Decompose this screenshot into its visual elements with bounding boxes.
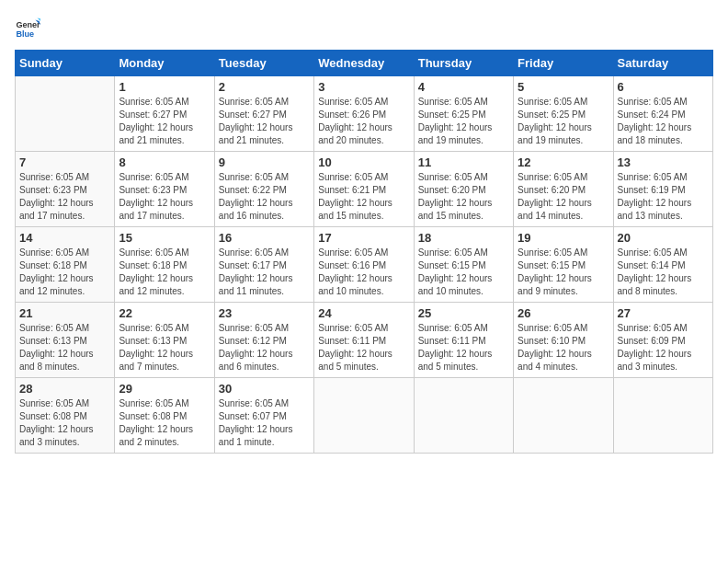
day-detail: Sunrise: 6:05 AM Sunset: 6:27 PM Dayligh… — [119, 96, 210, 147]
day-detail: Sunrise: 6:05 AM Sunset: 6:08 PM Dayligh… — [19, 397, 110, 449]
day-number: 25 — [418, 306, 509, 320]
logo-icon: General Blue — [15, 15, 40, 40]
calendar-day-cell — [514, 378, 613, 454]
day-number: 1 — [119, 80, 210, 94]
calendar-day-cell: 4Sunrise: 6:05 AM Sunset: 6:25 PM Daylig… — [414, 76, 513, 152]
day-detail: Sunrise: 6:05 AM Sunset: 6:12 PM Dayligh… — [219, 322, 310, 373]
day-number: 7 — [19, 155, 110, 169]
day-number: 30 — [219, 382, 310, 396]
logo: General Blue — [15, 15, 40, 40]
day-number: 18 — [418, 231, 509, 245]
weekday-header: Monday — [115, 51, 214, 76]
day-number: 2 — [219, 80, 310, 94]
calendar-week-row: 1Sunrise: 6:05 AM Sunset: 6:27 PM Daylig… — [16, 76, 713, 152]
calendar-day-cell — [16, 76, 115, 152]
calendar-day-cell: 17Sunrise: 6:05 AM Sunset: 6:16 PM Dayli… — [314, 227, 414, 303]
day-number: 4 — [418, 80, 509, 94]
calendar-day-cell: 22Sunrise: 6:05 AM Sunset: 6:13 PM Dayli… — [115, 303, 214, 378]
calendar-day-cell: 12Sunrise: 6:05 AM Sunset: 6:20 PM Dayli… — [514, 152, 613, 227]
weekday-header: Thursday — [414, 51, 513, 76]
calendar-week-row: 28Sunrise: 6:05 AM Sunset: 6:08 PM Dayli… — [16, 378, 713, 454]
day-number: 24 — [318, 306, 409, 320]
calendar-day-cell: 13Sunrise: 6:05 AM Sunset: 6:19 PM Dayli… — [613, 152, 712, 227]
day-number: 26 — [518, 306, 609, 320]
calendar-day-cell: 9Sunrise: 6:05 AM Sunset: 6:22 PM Daylig… — [214, 152, 313, 227]
day-detail: Sunrise: 6:05 AM Sunset: 6:18 PM Dayligh… — [119, 247, 210, 298]
calendar-day-cell: 21Sunrise: 6:05 AM Sunset: 6:13 PM Dayli… — [16, 303, 115, 378]
calendar-day-cell: 7Sunrise: 6:05 AM Sunset: 6:23 PM Daylig… — [16, 152, 115, 227]
day-number: 8 — [119, 155, 210, 169]
calendar-day-cell: 15Sunrise: 6:05 AM Sunset: 6:18 PM Dayli… — [115, 227, 214, 303]
day-detail: Sunrise: 6:05 AM Sunset: 6:10 PM Dayligh… — [518, 322, 609, 373]
day-detail: Sunrise: 6:05 AM Sunset: 6:19 PM Dayligh… — [618, 171, 709, 223]
calendar-week-row: 14Sunrise: 6:05 AM Sunset: 6:18 PM Dayli… — [16, 227, 713, 303]
weekday-header: Tuesday — [214, 51, 313, 76]
calendar-day-cell — [314, 378, 414, 454]
calendar-day-cell: 1Sunrise: 6:05 AM Sunset: 6:27 PM Daylig… — [115, 76, 214, 152]
day-detail: Sunrise: 6:05 AM Sunset: 6:23 PM Dayligh… — [119, 171, 210, 223]
calendar-day-cell — [613, 378, 712, 454]
calendar-week-row: 7Sunrise: 6:05 AM Sunset: 6:23 PM Daylig… — [16, 152, 713, 227]
day-number: 22 — [119, 306, 210, 320]
day-detail: Sunrise: 6:05 AM Sunset: 6:08 PM Dayligh… — [119, 397, 210, 449]
day-number: 27 — [618, 306, 709, 320]
calendar-week-row: 21Sunrise: 6:05 AM Sunset: 6:13 PM Dayli… — [16, 303, 713, 378]
calendar-day-cell: 20Sunrise: 6:05 AM Sunset: 6:14 PM Dayli… — [613, 227, 712, 303]
svg-text:Blue: Blue — [16, 29, 34, 39]
calendar-day-cell: 27Sunrise: 6:05 AM Sunset: 6:09 PM Dayli… — [613, 303, 712, 378]
calendar-day-cell: 3Sunrise: 6:05 AM Sunset: 6:26 PM Daylig… — [314, 76, 414, 152]
day-number: 6 — [618, 80, 709, 94]
day-number: 5 — [518, 80, 609, 94]
day-number: 23 — [219, 306, 310, 320]
calendar-day-cell: 24Sunrise: 6:05 AM Sunset: 6:11 PM Dayli… — [314, 303, 414, 378]
calendar-day-cell: 26Sunrise: 6:05 AM Sunset: 6:10 PM Dayli… — [514, 303, 613, 378]
day-number: 12 — [518, 155, 609, 169]
day-number: 9 — [219, 155, 310, 169]
day-detail: Sunrise: 6:05 AM Sunset: 6:24 PM Dayligh… — [618, 96, 709, 147]
header: General Blue — [15, 15, 713, 40]
calendar-day-cell: 11Sunrise: 6:05 AM Sunset: 6:20 PM Dayli… — [414, 152, 513, 227]
calendar-day-cell: 28Sunrise: 6:05 AM Sunset: 6:08 PM Dayli… — [16, 378, 115, 454]
calendar-header-row: SundayMondayTuesdayWednesdayThursdayFrid… — [16, 51, 713, 76]
day-number: 16 — [219, 231, 310, 245]
day-number: 21 — [19, 306, 110, 320]
day-number: 3 — [318, 80, 409, 94]
day-number: 10 — [318, 155, 409, 169]
calendar-day-cell: 6Sunrise: 6:05 AM Sunset: 6:24 PM Daylig… — [613, 76, 712, 152]
day-detail: Sunrise: 6:05 AM Sunset: 6:27 PM Dayligh… — [219, 96, 310, 147]
calendar-body: 1Sunrise: 6:05 AM Sunset: 6:27 PM Daylig… — [16, 76, 713, 454]
day-detail: Sunrise: 6:05 AM Sunset: 6:11 PM Dayligh… — [318, 322, 409, 373]
day-detail: Sunrise: 6:05 AM Sunset: 6:25 PM Dayligh… — [418, 96, 509, 147]
day-number: 17 — [318, 231, 409, 245]
calendar-table: SundayMondayTuesdayWednesdayThursdayFrid… — [15, 50, 713, 454]
calendar-day-cell: 30Sunrise: 6:05 AM Sunset: 6:07 PM Dayli… — [214, 378, 313, 454]
day-detail: Sunrise: 6:05 AM Sunset: 6:11 PM Dayligh… — [418, 322, 509, 373]
day-detail: Sunrise: 6:05 AM Sunset: 6:09 PM Dayligh… — [618, 322, 709, 373]
day-detail: Sunrise: 6:05 AM Sunset: 6:15 PM Dayligh… — [418, 247, 509, 298]
day-detail: Sunrise: 6:05 AM Sunset: 6:07 PM Dayligh… — [219, 397, 310, 449]
day-number: 29 — [119, 382, 210, 396]
day-number: 20 — [618, 231, 709, 245]
weekday-header: Saturday — [613, 51, 712, 76]
day-detail: Sunrise: 6:05 AM Sunset: 6:23 PM Dayligh… — [19, 171, 110, 223]
day-detail: Sunrise: 6:05 AM Sunset: 6:13 PM Dayligh… — [119, 322, 210, 373]
calendar-day-cell: 8Sunrise: 6:05 AM Sunset: 6:23 PM Daylig… — [115, 152, 214, 227]
day-detail: Sunrise: 6:05 AM Sunset: 6:21 PM Dayligh… — [318, 171, 409, 223]
calendar-day-cell: 16Sunrise: 6:05 AM Sunset: 6:17 PM Dayli… — [214, 227, 313, 303]
calendar-day-cell: 18Sunrise: 6:05 AM Sunset: 6:15 PM Dayli… — [414, 227, 513, 303]
day-number: 19 — [518, 231, 609, 245]
day-detail: Sunrise: 6:05 AM Sunset: 6:20 PM Dayligh… — [418, 171, 509, 223]
day-detail: Sunrise: 6:05 AM Sunset: 6:15 PM Dayligh… — [518, 247, 609, 298]
weekday-header: Friday — [514, 51, 613, 76]
day-number: 28 — [19, 382, 110, 396]
day-detail: Sunrise: 6:05 AM Sunset: 6:13 PM Dayligh… — [19, 322, 110, 373]
day-detail: Sunrise: 6:05 AM Sunset: 6:18 PM Dayligh… — [19, 247, 110, 298]
day-detail: Sunrise: 6:05 AM Sunset: 6:14 PM Dayligh… — [618, 247, 709, 298]
calendar-day-cell: 25Sunrise: 6:05 AM Sunset: 6:11 PM Dayli… — [414, 303, 513, 378]
day-detail: Sunrise: 6:05 AM Sunset: 6:16 PM Dayligh… — [318, 247, 409, 298]
day-number: 15 — [119, 231, 210, 245]
calendar-day-cell: 14Sunrise: 6:05 AM Sunset: 6:18 PM Dayli… — [16, 227, 115, 303]
day-detail: Sunrise: 6:05 AM Sunset: 6:26 PM Dayligh… — [318, 96, 409, 147]
calendar-day-cell: 19Sunrise: 6:05 AM Sunset: 6:15 PM Dayli… — [514, 227, 613, 303]
calendar-day-cell: 2Sunrise: 6:05 AM Sunset: 6:27 PM Daylig… — [214, 76, 313, 152]
